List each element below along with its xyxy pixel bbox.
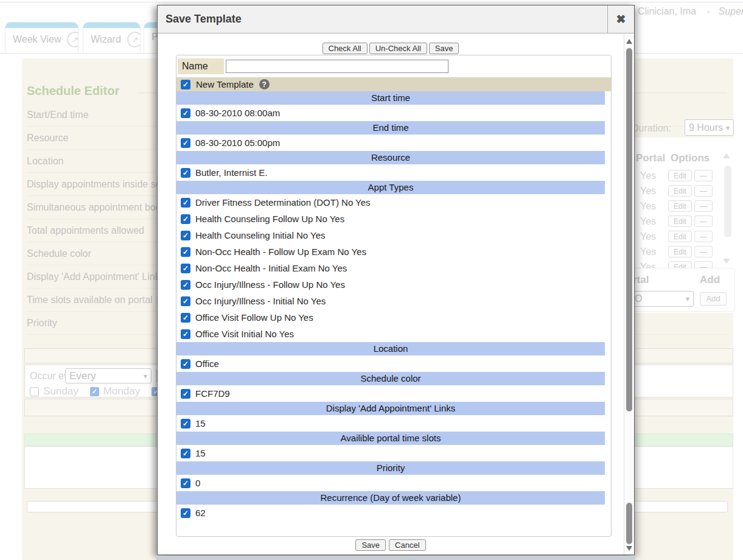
checkbox-checked-icon[interactable]: ✓ [181,313,190,323]
template-item-row[interactable]: ✓Non-Occ Health - Follow Up Exam No Yes [176,243,611,260]
template-item-row[interactable]: ✓Health Counseling Follow Up No Yes [176,211,611,227]
edit-button[interactable]: Edit [668,170,692,181]
checkbox-checked-icon[interactable]: ✓ [181,508,190,518]
item-label: Health Counseling Initial No Yes [195,230,325,240]
template-item-row[interactable]: ✓Non-Occ Health - Initial Exam No Yes [176,260,611,276]
edit-button[interactable]: Edit [668,246,692,257]
template-item-row[interactable]: ✓Office Visit Follow Up No Yes [176,309,611,326]
checkbox-checked-icon[interactable]: ✓ [181,419,190,429]
save-button[interactable]: Save [355,539,386,551]
checkbox-checked-icon[interactable]: ✓ [181,214,190,224]
tab-week-view[interactable]: Week View ↗ [5,22,78,53]
checkbox-checked-icon[interactable]: ✓ [90,387,99,396]
check-all-button[interactable]: Check All [323,43,368,54]
tab-wizard[interactable]: Wizard ↗ [83,22,141,53]
dash-button[interactable]: — [694,215,713,227]
scrollbar-thumb-secondary[interactable] [626,503,632,544]
uncheck-all-button[interactable]: Un-Check All [369,43,427,54]
table-row: YesEdit— [633,183,723,198]
dash-button[interactable]: — [694,200,713,212]
checkbox-checked-icon[interactable]: ✓ [181,280,190,290]
item-label: Occ Injury/Illness - Initial No Yes [195,296,326,306]
template-item-row[interactable]: ✓62 [176,505,611,521]
template-item-row[interactable]: ✓Occ Injury/Illness - Initial No Yes [176,293,611,309]
checkbox-checked-icon[interactable]: ✓ [181,80,190,89]
template-item-row[interactable]: ✓Occ Injury/Illness - Follow Up No Yes [176,276,611,293]
scrollbar-thumb[interactable] [626,48,632,411]
dash-button[interactable]: — [694,170,713,181]
template-item-row[interactable]: ✓08-30-2010 08:00am [176,105,611,121]
template-item-row[interactable]: ✓08-30-2010 05:00pm [176,135,611,151]
portal-select[interactable]: O ▾ [630,291,694,307]
item-label: 15 [195,418,206,429]
checkbox-checked-icon[interactable]: ✓ [181,168,190,178]
item-label: Office Visit Initial No Yes [195,329,294,339]
checkbox-checked-icon[interactable]: ✓ [181,138,190,148]
section-header-5: Schedule color [176,372,605,385]
edit-button[interactable]: Edit [668,200,692,212]
dialog-title: Save Template [158,13,242,26]
scrollbar-thumb[interactable] [724,166,731,237]
item-label: 08-30-2010 05:00pm [195,138,280,148]
tab-accent [83,23,140,28]
dialog-scrollbar[interactable] [624,34,634,555]
checkbox-checked-icon[interactable]: ✓ [181,449,190,458]
dialog-header: Save Template ✖ [158,5,634,33]
checkbox-checked-icon[interactable]: ✓ [181,359,190,369]
edit-button[interactable]: Edit [668,215,692,227]
checkbox-checked-icon[interactable]: ✓ [181,389,190,399]
item-label: Driver Fitness Determination (DOT) No Ye… [195,197,371,208]
checkbox-checked-icon[interactable]: ✓ [181,329,190,339]
open-in-new-icon[interactable]: ↗ [67,32,78,47]
template-item-row[interactable]: ✓15 [176,445,611,461]
item-label: Health Counseling Follow Up No Yes [195,214,344,224]
checkbox-checked-icon[interactable]: ✓ [181,264,190,273]
dash-button[interactable]: — [694,246,713,257]
checkbox-checked-icon[interactable]: ✓ [181,478,190,488]
close-icon[interactable]: ✖ [607,5,634,33]
help-icon[interactable]: ? [259,79,270,89]
checkbox-checked-icon[interactable]: ✓ [181,231,190,240]
scroll-up-icon[interactable] [626,39,632,44]
scroll-down-icon[interactable] [723,259,730,264]
portal-select-value: O [635,293,642,304]
template-item-row[interactable]: ✓Driver Fitness Determination (DOT) No Y… [176,194,611,211]
scroll-down-icon[interactable] [626,546,632,551]
edit-button[interactable]: Edit [668,231,692,242]
tab-wizard-label: Wizard [91,34,121,45]
dialog-body: Check All Un-Check All Save Name ✓ New T… [158,34,624,555]
template-item-row[interactable]: ✓Butler, Internist E. [176,164,611,181]
portal-cell: Yes [633,186,668,197]
template-name-input[interactable] [226,60,448,73]
checkbox-checked-icon[interactable]: ✓ [181,247,190,257]
template-sections: Start time✓08-30-2010 08:00amEnd time✓08… [176,91,611,521]
item-label: Non-Occ Health - Initial Exam No Yes [195,263,347,273]
template-item-row[interactable]: ✓15 [176,415,611,432]
duration-select[interactable]: 9 Hours ▾ [685,119,734,136]
checkbox-checked-icon[interactable]: ✓ [181,198,190,208]
scroll-up-icon[interactable] [723,153,730,158]
checkbox-unchecked-icon[interactable] [30,387,39,396]
every-select[interactable]: Every ▾ [65,368,152,383]
duration-label: Duration: [632,123,671,134]
dash-button[interactable]: — [694,185,713,197]
add-button[interactable]: Add [700,292,727,306]
template-item-row[interactable]: ✓FCF7D9 [176,385,611,402]
checkbox-checked-icon[interactable]: ✓ [181,108,190,118]
template-item-row[interactable]: ✓Office Visit Initial No Yes [176,326,611,342]
dash-button[interactable]: — [694,231,713,242]
template-item-row[interactable]: ✓0 [176,475,611,491]
cancel-button[interactable]: Cancel [389,539,425,551]
template-item-row[interactable]: ✓Health Counseling Initial No Yes [176,227,611,243]
name-label: Name [178,58,224,74]
edit-button[interactable]: Edit [668,185,692,197]
template-item-row[interactable]: ✓Office [176,355,611,372]
table-row: YesEdit— [633,229,723,244]
save-button-top[interactable]: Save [429,43,459,54]
top-divider [0,2,743,2]
item-label: 0 [195,478,200,488]
new-template-row[interactable]: ✓ New Template ? [176,77,611,91]
open-in-new-icon[interactable]: ↗ [127,32,141,47]
template-fields-box: Name ✓ New Template ? Start time✓08-30-2… [176,55,612,537]
checkbox-checked-icon[interactable]: ✓ [181,296,190,306]
